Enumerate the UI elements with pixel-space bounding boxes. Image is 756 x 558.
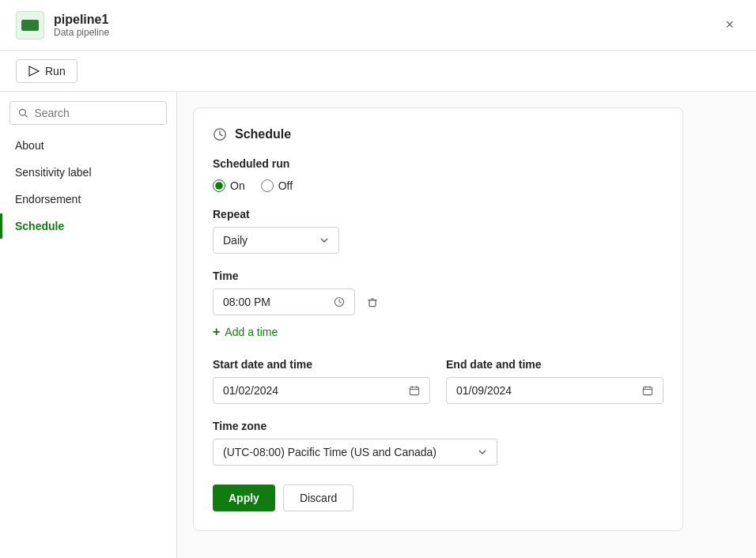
discard-button[interactable]: Discard <box>283 484 353 511</box>
plus-icon: + <box>213 325 220 339</box>
sidebar-item-about[interactable]: About <box>0 133 176 158</box>
radio-on-option[interactable]: On <box>213 179 245 192</box>
chevron-down-icon <box>319 236 329 245</box>
sidebar-item-sensitivity-label-text: Sensitivity label <box>15 166 92 179</box>
start-date-value: 01/02/2024 <box>223 384 278 397</box>
timezone-value: (UTC-08:00) Pacific Time (US and Canada) <box>223 446 437 458</box>
close-button[interactable]: × <box>719 13 740 36</box>
search-box[interactable] <box>9 101 167 125</box>
svg-line-1 <box>25 115 28 117</box>
card-title: Schedule <box>235 127 291 141</box>
schedule-card: Schedule Scheduled run On Off <box>193 107 683 531</box>
apply-button[interactable]: Apply <box>213 484 275 511</box>
search-input[interactable] <box>34 107 158 119</box>
radio-off-option[interactable]: Off <box>261 179 293 192</box>
add-time-button[interactable]: + Add a time <box>213 322 278 342</box>
svg-rect-7 <box>410 387 418 395</box>
start-date-label: Start date and time <box>213 358 430 371</box>
end-date-input[interactable]: 01/09/2024 <box>446 377 663 404</box>
sidebar-item-schedule-label: Schedule <box>15 220 64 232</box>
card-header: Schedule <box>213 127 663 141</box>
svg-rect-4 <box>369 300 376 307</box>
time-label: Time <box>213 270 663 282</box>
pipeline-icon-inner <box>21 20 39 31</box>
run-button[interactable]: Run <box>16 59 77 83</box>
timezone-section: Time zone (UTC-08:00) Pacific Time (US a… <box>213 420 663 466</box>
add-time-label: Add a time <box>225 326 278 338</box>
time-value: 08:00 PM <box>223 296 270 308</box>
radio-on-input[interactable] <box>213 179 225 192</box>
start-date-field: Start date and time 01/02/2024 <box>213 358 430 404</box>
sidebar-item-endorsement[interactable]: Endorsement <box>0 187 176 212</box>
content-area: Schedule Scheduled run On Off <box>177 92 756 558</box>
radio-off-label: Off <box>278 179 293 192</box>
calendar-icon <box>409 385 420 396</box>
pipeline-name: pipeline1 <box>54 13 109 27</box>
radio-on-label: On <box>230 179 245 192</box>
radio-group: On Off <box>213 179 663 192</box>
repeat-select[interactable]: Daily <box>213 227 339 254</box>
time-row: 08:00 PM <box>213 288 663 315</box>
top-bar: pipeline1 Data pipeline × <box>0 0 756 51</box>
run-icon <box>28 65 40 77</box>
start-date-input[interactable]: 01/02/2024 <box>213 377 430 404</box>
svg-rect-11 <box>643 387 652 395</box>
time-input[interactable]: 08:00 PM <box>213 288 355 315</box>
end-date-field: End date and time 01/09/2024 <box>446 358 663 404</box>
search-icon <box>18 107 28 119</box>
time-section: Time 08:00 PM <box>213 270 663 342</box>
delete-time-button[interactable] <box>361 291 384 313</box>
end-date-label: End date and time <box>446 358 663 371</box>
pipeline-icon <box>16 11 44 40</box>
repeat-value: Daily <box>223 234 248 247</box>
trash-icon <box>366 296 379 308</box>
toolbar: Run <box>0 51 756 92</box>
chevron-down-icon-tz <box>478 447 487 457</box>
sidebar-item-schedule[interactable]: Schedule <box>0 213 176 239</box>
repeat-label: Repeat <box>213 208 663 221</box>
repeat-section: Repeat Daily <box>213 208 663 254</box>
sidebar: About Sensitivity label Endorsement Sche… <box>0 92 177 558</box>
scheduled-run-label: Scheduled run <box>213 157 663 170</box>
sidebar-item-sensitivity-label[interactable]: Sensitivity label <box>0 160 176 185</box>
calendar-icon-end <box>642 385 653 396</box>
sidebar-item-endorsement-label: Endorsement <box>15 193 81 205</box>
time-picker-icon <box>334 296 345 307</box>
pipeline-title: pipeline1 Data pipeline <box>54 13 109 38</box>
clock-icon <box>213 127 227 141</box>
scheduled-run-section: Scheduled run On Off <box>213 157 663 192</box>
run-label: Run <box>45 65 66 77</box>
action-row: Apply Discard <box>213 484 663 511</box>
pipeline-type: Data pipeline <box>54 27 109 38</box>
end-date-value: 01/09/2024 <box>456 384 512 397</box>
date-row: Start date and time 01/02/2024 End date … <box>213 358 663 404</box>
header-left: pipeline1 Data pipeline <box>16 11 109 40</box>
svg-point-0 <box>20 109 26 115</box>
sidebar-item-about-label: About <box>15 139 44 152</box>
radio-off-input[interactable] <box>261 179 274 192</box>
timezone-select[interactable]: (UTC-08:00) Pacific Time (US and Canada) <box>213 439 497 466</box>
timezone-label: Time zone <box>213 420 663 432</box>
main-layout: About Sensitivity label Endorsement Sche… <box>0 92 756 558</box>
